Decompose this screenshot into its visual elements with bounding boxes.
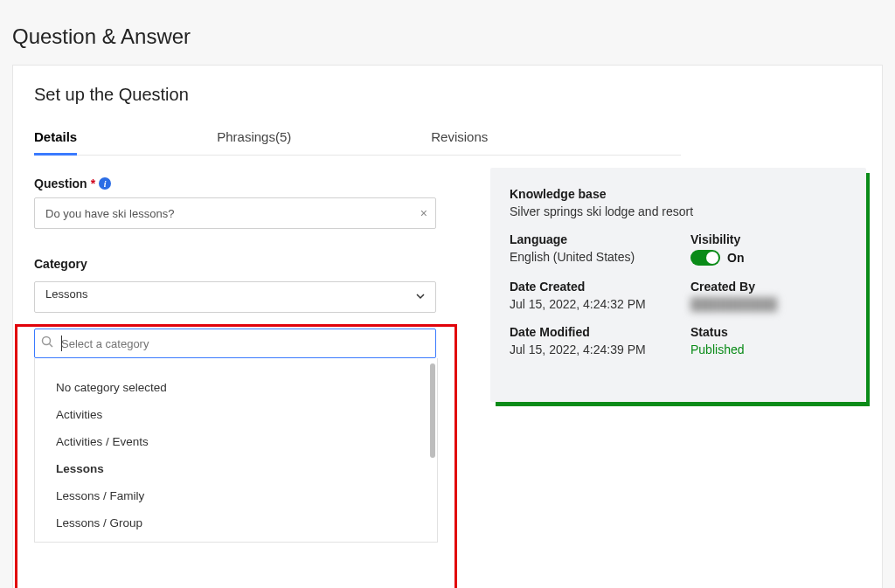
scrollbar-thumb[interactable] bbox=[430, 363, 435, 458]
category-option-selected[interactable]: Lessons bbox=[35, 455, 437, 482]
kb-label: Knowledge base bbox=[510, 187, 847, 201]
question-input[interactable] bbox=[34, 197, 436, 229]
category-dropdown: No category selected Activities Activiti… bbox=[34, 358, 438, 543]
category-option[interactable]: No category selected bbox=[35, 374, 437, 401]
date-modified-label: Date Modified bbox=[510, 325, 666, 339]
page-title: Question & Answer bbox=[12, 24, 883, 49]
question-label: Question * i bbox=[34, 176, 438, 190]
tab-details[interactable]: Details bbox=[34, 124, 77, 156]
kb-value: Silver springs ski lodge and resort bbox=[510, 204, 847, 218]
tabs: Details Phrasings(5) Revisions bbox=[34, 124, 681, 156]
question-label-text: Question bbox=[34, 176, 87, 190]
search-icon bbox=[41, 336, 53, 351]
info-icon[interactable]: i bbox=[99, 177, 111, 190]
category-option[interactable]: Activities bbox=[35, 401, 437, 428]
status-value: Published bbox=[690, 342, 847, 356]
category-label: Category bbox=[34, 257, 438, 271]
created-by-label: Created By bbox=[690, 280, 847, 294]
clear-icon[interactable]: × bbox=[420, 206, 427, 220]
language-value: English (United States) bbox=[510, 250, 666, 264]
date-created-label: Date Created bbox=[510, 280, 666, 294]
visibility-label: Visibility bbox=[690, 232, 847, 246]
created-by-value: ██████████ bbox=[690, 297, 847, 311]
date-modified-value: Jul 15, 2022, 4:24:39 PM bbox=[510, 342, 666, 356]
required-asterisk: * bbox=[91, 176, 95, 190]
category-option[interactable]: Lessons / Group bbox=[35, 509, 437, 536]
visibility-toggle[interactable] bbox=[690, 250, 720, 266]
svg-point-0 bbox=[43, 337, 51, 345]
text-cursor bbox=[61, 336, 62, 351]
visibility-value: On bbox=[727, 251, 744, 265]
setup-card: Set up the Question Details Phrasings(5)… bbox=[12, 65, 883, 588]
status-label: Status bbox=[690, 325, 847, 339]
tab-phrasings[interactable]: Phrasings(5) bbox=[217, 124, 291, 155]
category-option-list: No category selected Activities Activiti… bbox=[35, 358, 437, 542]
category-option[interactable]: Activities / Events bbox=[35, 428, 437, 455]
date-created-value: Jul 15, 2022, 4:24:32 PM bbox=[510, 297, 666, 311]
language-label: Language bbox=[510, 232, 666, 246]
tab-revisions[interactable]: Revisions bbox=[431, 124, 488, 155]
section-title: Set up the Question bbox=[34, 85, 861, 105]
svg-line-1 bbox=[50, 344, 53, 348]
metadata-panel: Knowledge base Silver springs ski lodge … bbox=[490, 168, 866, 402]
category-select[interactable]: Lessons bbox=[34, 281, 436, 313]
category-search-input[interactable] bbox=[34, 329, 436, 358]
category-option[interactable]: Lessons / Family bbox=[35, 482, 437, 509]
